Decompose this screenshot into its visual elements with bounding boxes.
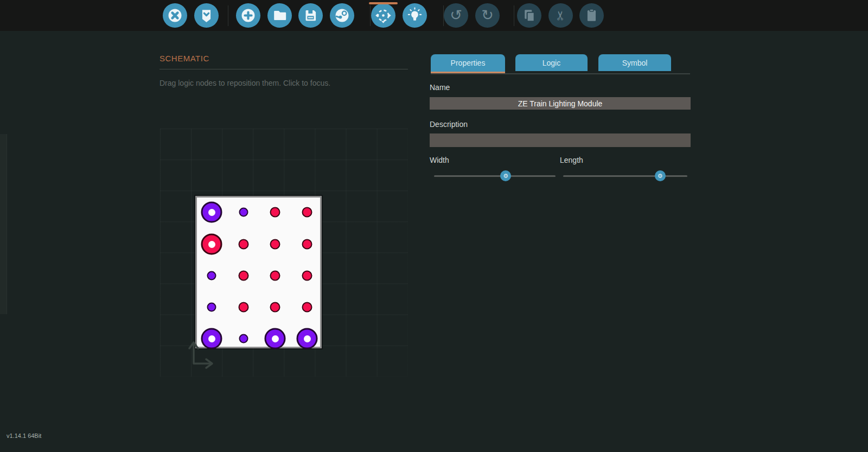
length-slider[interactable]: ⚙ xyxy=(563,170,687,181)
redo-button[interactable]: ↻ xyxy=(475,3,500,28)
length-slider-track[interactable] xyxy=(563,175,687,177)
logic-node-purple-small[interactable] xyxy=(207,303,216,312)
name-field-label: Name xyxy=(430,83,450,92)
logic-node-purple-io[interactable] xyxy=(265,328,286,349)
paste-button[interactable] xyxy=(579,3,604,28)
length-slider-thumb[interactable]: ⚙ xyxy=(655,170,666,181)
cut-icon: ✂ xyxy=(548,3,573,28)
app-window: { "app": { "version_label": "v1.14.1 64B… xyxy=(0,0,868,452)
width-slider-label: Width xyxy=(430,156,449,164)
toolbar: ↺↻✂ xyxy=(0,0,868,31)
name-input[interactable] xyxy=(430,97,691,110)
tab-logic[interactable]: Logic xyxy=(515,54,588,71)
gear-icon: ⚙ xyxy=(658,170,663,181)
floppy-icon xyxy=(298,3,323,28)
node-center xyxy=(208,241,215,248)
logic-node-red[interactable] xyxy=(302,271,312,281)
schematic-hint-text: Drag logic nodes to reposition them. Cli… xyxy=(159,79,330,87)
logic-node-red-io[interactable] xyxy=(201,234,222,255)
paste-icon xyxy=(579,3,604,28)
width-slider-track[interactable] xyxy=(434,175,556,177)
version-label: v1.14.1 64Bit xyxy=(7,432,41,439)
description-input[interactable] xyxy=(430,133,691,147)
node-center xyxy=(272,335,279,342)
cut-button[interactable]: ✂ xyxy=(548,3,573,28)
width-slider-thumb[interactable]: ⚙ xyxy=(500,170,511,181)
undo-button[interactable]: ↺ xyxy=(444,3,468,28)
logic-node-red[interactable] xyxy=(239,271,249,281)
logic-node-red[interactable] xyxy=(270,271,280,281)
close-icon xyxy=(163,3,187,28)
length-slider-label: Length xyxy=(560,156,583,164)
logic-node-purple-small[interactable] xyxy=(239,208,248,217)
logic-node-purple-io[interactable] xyxy=(297,328,318,349)
workshop-button[interactable] xyxy=(194,3,219,28)
toolbar-separator xyxy=(370,5,371,26)
schematic-divider xyxy=(159,69,408,69)
gear-icon: ⚙ xyxy=(503,170,508,181)
tab-symbol[interactable]: Symbol xyxy=(598,54,671,71)
logic-node-red[interactable] xyxy=(270,239,280,250)
steam-icon xyxy=(330,3,354,28)
width-slider[interactable]: ⚙ xyxy=(434,170,556,181)
move-nodes-icon xyxy=(371,3,395,28)
undo-icon: ↺ xyxy=(444,3,468,28)
active-tool-indicator xyxy=(369,2,398,4)
light-button[interactable] xyxy=(403,3,427,28)
tabs-underline xyxy=(431,73,690,74)
logic-node-purple-small[interactable] xyxy=(207,271,216,281)
left-panel-edge xyxy=(0,134,7,314)
move-tool-button[interactable] xyxy=(371,3,395,28)
toolbar-separator xyxy=(228,5,228,26)
toolbar-separator xyxy=(443,5,444,26)
node-center xyxy=(304,335,311,342)
logic-node-purple-small[interactable] xyxy=(239,334,248,343)
logic-node-red[interactable] xyxy=(302,207,312,218)
node-center xyxy=(208,209,215,216)
logic-node-red[interactable] xyxy=(302,302,312,313)
lightbulb-icon xyxy=(403,3,427,28)
open-button[interactable] xyxy=(267,3,292,28)
axis-origin-icon xyxy=(179,332,217,370)
save-button[interactable] xyxy=(298,3,323,28)
new-button[interactable] xyxy=(236,3,260,28)
logic-node-red[interactable] xyxy=(270,207,280,218)
schematic-grid-canvas[interactable] xyxy=(160,129,408,377)
logic-node-purple-io[interactable] xyxy=(201,202,222,223)
module-board xyxy=(195,196,322,348)
logic-node-red[interactable] xyxy=(239,302,249,313)
toolbar-separator xyxy=(514,5,514,26)
tab-properties[interactable]: Properties xyxy=(431,54,505,73)
logic-node-red[interactable] xyxy=(302,239,312,250)
logic-node-red[interactable] xyxy=(270,302,280,313)
copy-icon xyxy=(517,3,541,28)
workshop-flag-icon xyxy=(194,3,219,28)
redo-icon: ↻ xyxy=(475,3,500,28)
logic-node-red[interactable] xyxy=(239,239,249,250)
steam-button[interactable] xyxy=(330,3,354,28)
schematic-section-title: SCHEMATIC xyxy=(159,54,209,63)
description-field-label: Description xyxy=(430,120,468,129)
close-button[interactable] xyxy=(163,3,187,28)
folder-icon xyxy=(267,3,292,28)
plus-icon xyxy=(236,3,260,28)
copy-button[interactable] xyxy=(517,3,541,28)
